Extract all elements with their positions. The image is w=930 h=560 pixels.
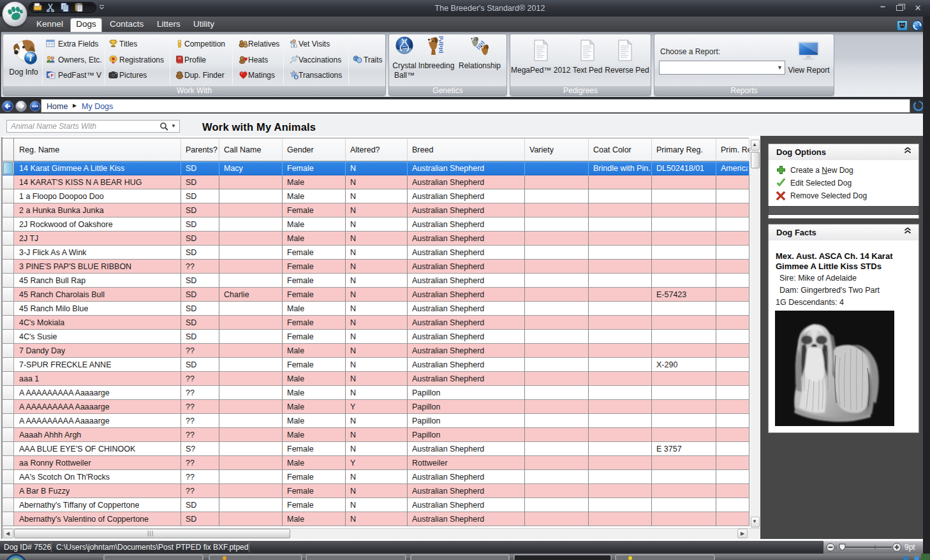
svg-text:F: F bbox=[51, 73, 54, 78]
svg-text:i: i bbox=[29, 54, 32, 63]
svg-text:$: $ bbox=[295, 75, 297, 79]
